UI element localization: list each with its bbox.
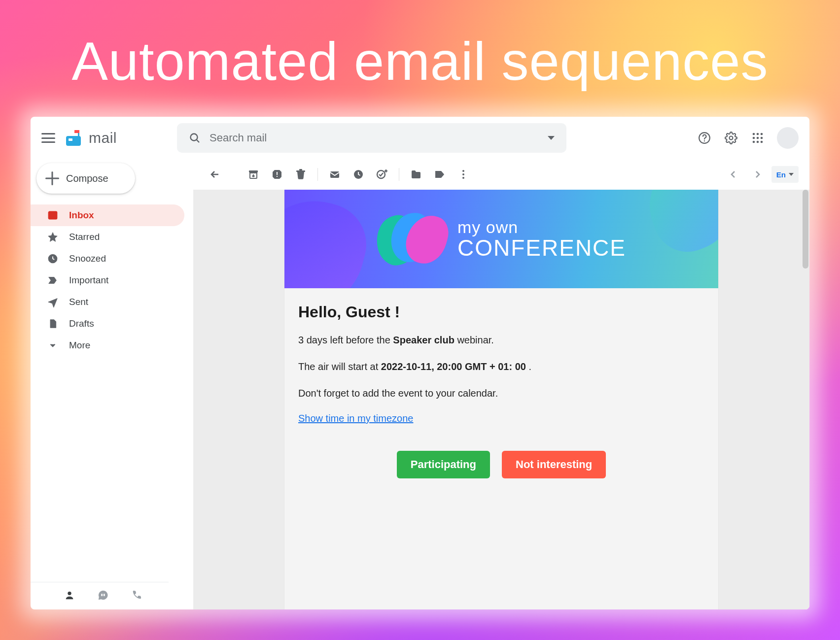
svg-rect-1	[69, 138, 72, 141]
sidebar-item-snoozed[interactable]: Snoozed	[31, 248, 184, 269]
message-toolbar: En	[193, 159, 809, 190]
svg-rect-23	[104, 594, 105, 596]
email-line-1: 3 days left before the Speaker club webi…	[298, 333, 704, 347]
add-to-tasks-button[interactable]	[371, 164, 393, 185]
svg-rect-19	[49, 216, 57, 219]
mail-app-window: mail Compose Inbox	[31, 117, 809, 609]
svg-rect-28	[299, 169, 302, 170]
sidebar: Compose Inbox Starred Snoozed Importan	[31, 159, 193, 609]
report-spam-button[interactable]	[266, 164, 288, 185]
send-icon	[47, 297, 58, 307]
sidebar-item-label: Starred	[69, 232, 100, 242]
sidebar-item-label: Sent	[69, 297, 88, 307]
search-options-caret-icon[interactable]	[548, 136, 555, 140]
svg-point-4	[191, 134, 198, 141]
marketing-headline: Automated email sequences	[0, 30, 840, 92]
svg-rect-3	[74, 130, 79, 133]
svg-rect-25	[277, 172, 278, 175]
file-icon	[47, 318, 58, 329]
apps-button[interactable]	[750, 131, 765, 145]
sidebar-item-label: Snoozed	[69, 253, 106, 264]
svg-point-14	[761, 137, 763, 139]
svg-rect-0	[66, 136, 81, 146]
search-input[interactable]	[210, 132, 539, 144]
account-avatar[interactable]	[777, 127, 799, 149]
important-icon	[47, 275, 58, 286]
svg-rect-22	[101, 594, 103, 596]
star-icon	[47, 232, 58, 242]
svg-rect-27	[296, 170, 305, 172]
sidebar-item-starred[interactable]: Starred	[31, 226, 184, 248]
compose-button[interactable]: Compose	[36, 163, 135, 194]
svg-point-12	[753, 137, 755, 139]
settings-button[interactable]	[724, 131, 738, 145]
compose-label: Compose	[66, 173, 108, 184]
timezone-link[interactable]: Show time in my timezone	[298, 413, 413, 424]
sidebar-item-label: Inbox	[69, 210, 94, 221]
prev-message-button[interactable]	[722, 164, 744, 185]
email-banner: my own CONFERENCE	[284, 190, 718, 288]
more-button[interactable]	[453, 164, 474, 185]
separator	[399, 168, 399, 181]
search-bar[interactable]	[177, 123, 566, 153]
email-line-2: The air will start at 2022-10-11, 20:00 …	[298, 360, 704, 373]
topbar: mail	[31, 117, 809, 159]
svg-line-5	[197, 140, 199, 142]
sidebar-item-label: More	[69, 340, 90, 351]
sidebar-item-inbox[interactable]: Inbox	[31, 204, 184, 226]
labels-button[interactable]	[429, 164, 451, 185]
hangouts-icon[interactable]	[98, 590, 108, 603]
phone-icon[interactable]	[131, 590, 142, 603]
svg-point-9	[753, 133, 755, 135]
scrollbar-thumb[interactable]	[803, 190, 808, 269]
svg-rect-24	[249, 170, 258, 172]
brand-logo-icon	[377, 212, 446, 266]
inbox-icon	[47, 210, 58, 221]
email-greeting: Hello, Guest !	[298, 303, 704, 321]
delete-button[interactable]	[290, 164, 312, 185]
mailbox-icon	[64, 129, 84, 147]
svg-point-33	[462, 173, 464, 175]
svg-point-21	[68, 591, 71, 595]
archive-button[interactable]	[243, 164, 264, 185]
menu-icon[interactable]	[41, 133, 55, 143]
help-button[interactable]	[697, 131, 712, 145]
main-pane: En my own	[193, 159, 809, 609]
lang-label: En	[776, 170, 786, 179]
move-to-button[interactable]	[405, 164, 427, 185]
snooze-button[interactable]	[348, 164, 369, 185]
svg-point-15	[753, 141, 755, 143]
sidebar-item-sent[interactable]: Sent	[31, 291, 184, 313]
separator	[317, 168, 318, 181]
svg-point-34	[462, 177, 464, 179]
contacts-icon[interactable]	[64, 590, 75, 603]
svg-point-16	[757, 141, 759, 143]
app-name: mail	[89, 130, 117, 146]
sidebar-item-label: Drafts	[69, 318, 94, 329]
reading-pane: my own CONFERENCE Hello, Guest ! 3 days …	[193, 190, 809, 609]
email-line-3: Don't forget to add the event to your ca…	[298, 386, 704, 400]
sidebar-footer	[31, 582, 169, 609]
participating-button[interactable]: Participating	[397, 451, 490, 478]
folder-nav: Inbox Starred Snoozed Important Sent	[31, 204, 193, 356]
sidebar-item-important[interactable]: Important	[31, 269, 184, 291]
back-button[interactable]	[204, 164, 226, 185]
sidebar-item-more[interactable]: More	[31, 335, 184, 356]
brand-name: my own CONFERENCE	[457, 219, 626, 259]
sidebar-item-drafts[interactable]: Drafts	[31, 313, 184, 335]
svg-point-7	[704, 140, 705, 141]
email-message: my own CONFERENCE Hello, Guest ! 3 days …	[284, 190, 718, 609]
chevron-down-icon	[47, 340, 58, 351]
svg-point-17	[761, 141, 763, 143]
svg-rect-29	[330, 171, 339, 178]
plus-icon	[45, 171, 59, 185]
app-logo[interactable]: mail	[64, 129, 117, 147]
not-interesting-button[interactable]: Not interesting	[502, 451, 606, 478]
input-tools-button[interactable]: En	[771, 166, 799, 183]
svg-rect-26	[277, 176, 278, 177]
svg-point-13	[757, 137, 759, 139]
svg-point-10	[757, 133, 759, 135]
next-message-button[interactable]	[747, 164, 769, 185]
mark-unread-button[interactable]	[324, 164, 346, 185]
svg-point-32	[462, 170, 464, 172]
